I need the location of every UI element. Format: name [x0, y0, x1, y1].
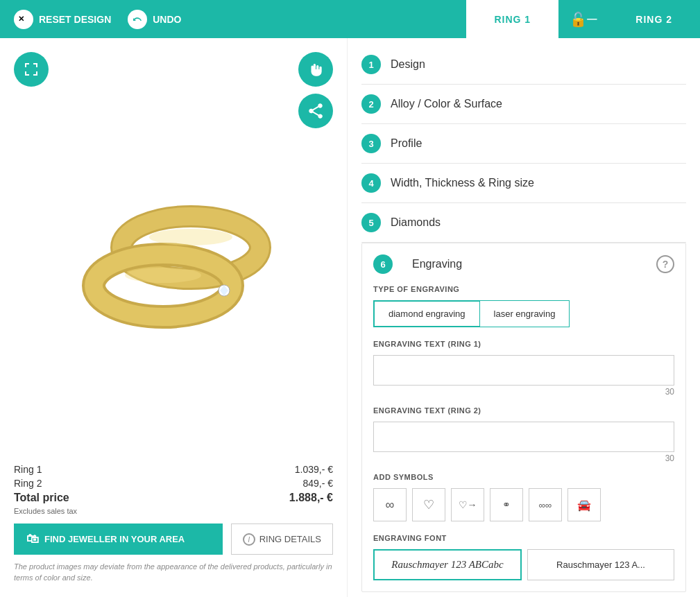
symbol-heart[interactable]: ♡	[412, 488, 445, 521]
engraving-section: 6 Engraving ? TYPE OF ENGRAVING diamond …	[361, 243, 686, 592]
engraving-type-label: TYPE OF ENGRAVING	[373, 285, 674, 293]
share-button[interactable]	[298, 94, 333, 128]
engraving-ring2-label: ENGRAVING TEXT (RING 2)	[373, 406, 674, 415]
diamond-engraving-button[interactable]: diamond engraving	[373, 300, 479, 327]
svg-point-8	[125, 268, 201, 283]
step-label-1: Design	[391, 58, 686, 71]
engraving-ring1-group: ENGRAVING TEXT (RING 1) 30	[373, 340, 674, 397]
ring-details-button[interactable]: i RING DETAILS	[231, 524, 333, 555]
engraving-ring1-charcount: 30	[373, 387, 674, 397]
step-num-5: 5	[361, 213, 381, 232]
step-label-4: Width, Thickness & Ring size	[391, 177, 686, 189]
undo-button[interactable]: Undo	[128, 10, 181, 29]
engraving-step-num: 6	[373, 254, 393, 274]
ring2-price-row: Ring 2 849,- €	[14, 478, 333, 489]
step-label-5: Diamonds	[391, 216, 686, 229]
step-num-2: 2	[361, 94, 381, 114]
engraving-ring1-input[interactable]	[373, 355, 674, 386]
help-icon[interactable]: ?	[656, 255, 674, 273]
svg-text:✕: ✕	[18, 14, 24, 22]
reset-icon: ✕	[14, 10, 33, 29]
step-row-4[interactable]: 4 Width, Thickness & Ring size	[361, 164, 686, 203]
engraving-title: Engraving	[412, 258, 656, 270]
left-panel: Ring 1 1.039,- € Ring 2 849,- € Total pr…	[0, 38, 347, 597]
engraving-ring2-charcount: 30	[373, 453, 674, 463]
tab-ring2[interactable]: RING 2	[608, 0, 700, 38]
symbols-grid: ∞ ♡ ♡→ ⚭ ∞∞ 🚘	[373, 488, 674, 521]
main-content: Ring 1 1.039,- € Ring 2 849,- € Total pr…	[0, 38, 700, 597]
engraving-ring2-group: ENGRAVING TEXT (RING 2) 30	[373, 406, 674, 463]
price-actions: 🛍 FIND JEWELLER IN YOUR AREA i RING DETA…	[14, 524, 333, 555]
engraving-ring1-label: ENGRAVING TEXT (RING 1)	[373, 340, 674, 348]
font-script-button[interactable]: Rauschmayer 123 ABCabc	[373, 549, 522, 580]
symbol-infinity[interactable]: ∞	[373, 488, 407, 521]
engraving-header: 6 Engraving ?	[373, 254, 674, 274]
engraving-ring2-input[interactable]	[373, 422, 674, 452]
symbol-double-rings[interactable]: ∞∞	[529, 488, 562, 521]
excl-tax-label: Excludes sales tax	[14, 507, 333, 515]
action-buttons	[298, 52, 333, 128]
reset-design-button[interactable]: ✕ Reset design	[14, 10, 111, 29]
laser-engraving-button[interactable]: laser engraving	[479, 300, 570, 327]
engraving-type-buttons: diamond engraving laser engraving	[373, 300, 674, 327]
symbol-rings[interactable]: ⚭	[490, 488, 523, 521]
tab-ring1[interactable]: RING 1	[466, 0, 558, 38]
expand-button[interactable]	[14, 52, 49, 87]
right-panel: 1 Design 2 Alloy / Color & Surface 3 Pro…	[347, 38, 700, 597]
font-buttons: Rauschmayer 123 ABCabc Rauschmayer 123 A…	[373, 549, 674, 580]
bag-icon: 🛍	[26, 532, 39, 546]
undo-icon	[128, 10, 147, 29]
step-row-5[interactable]: 5 Diamonds	[361, 203, 686, 243]
step-num-3: 3	[361, 134, 381, 153]
total-price-row: Total price 1.888,- €	[14, 492, 333, 504]
step-row-1[interactable]: 1 Design	[361, 45, 686, 85]
ring-image	[14, 66, 333, 457]
step-num-4: 4	[361, 173, 381, 193]
hand-tool-button[interactable]	[298, 52, 333, 87]
top-bar-left: ✕ Reset design Undo	[0, 0, 466, 38]
step-label-2: Alloy / Color & Surface	[391, 98, 686, 110]
symbols-label: ADD SYMBOLS	[373, 473, 674, 481]
info-icon: i	[243, 533, 255, 546]
step-row-3[interactable]: 3 Profile	[361, 124, 686, 164]
ring1-price-row: Ring 1 1.039,- €	[14, 464, 333, 475]
svg-point-7	[149, 229, 232, 245]
disclaimer-text: The product images may deviate from the …	[14, 562, 333, 583]
symbol-car[interactable]: 🚘	[567, 488, 601, 521]
top-bar: ✕ Reset design Undo RING 1 🔓─ RING 2	[0, 0, 700, 38]
tab-bar: RING 1 🔓─ RING 2	[466, 0, 700, 38]
price-section: Ring 1 1.039,- € Ring 2 849,- € Total pr…	[14, 457, 333, 583]
font-sans-button[interactable]: Rauschmayer 123 A...	[527, 549, 674, 580]
find-jeweller-button[interactable]: 🛍 FIND JEWELLER IN YOUR AREA	[14, 524, 223, 555]
lock-icon: 🔓─	[558, 0, 608, 38]
step-row-2[interactable]: 2 Alloy / Color & Surface	[361, 85, 686, 124]
engraving-font-label: ENGRAVING FONT	[373, 534, 674, 542]
step-label-3: Profile	[391, 137, 686, 150]
steps-container: 1 Design 2 Alloy / Color & Surface 3 Pro…	[361, 45, 686, 243]
step-num-1: 1	[361, 55, 381, 74]
symbol-heart-arrow[interactable]: ♡→	[451, 488, 484, 521]
